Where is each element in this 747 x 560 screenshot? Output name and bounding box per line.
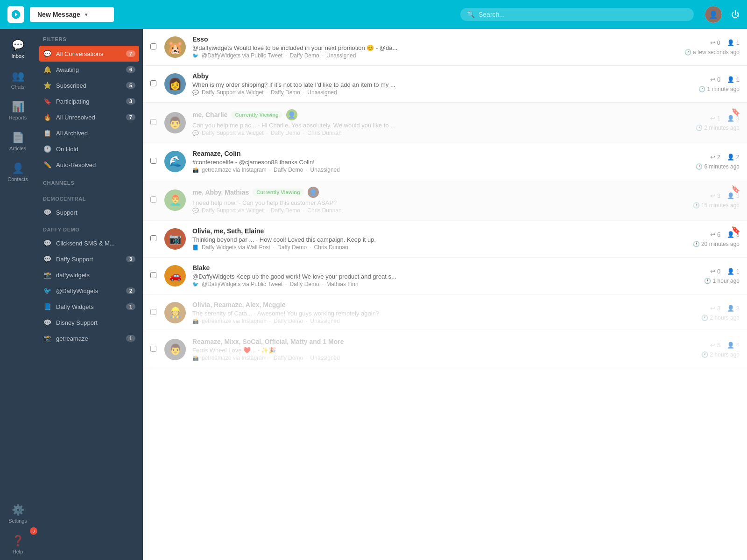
viewing-avatar: 👤	[286, 109, 297, 120]
conv-right: ↩ 6 👤 3 🕐 20 minutes ago	[646, 231, 740, 247]
facebook-icon: 📘	[192, 245, 199, 251]
sidebar-item-all-conversations[interactable]: 💬 All Conversations 7	[39, 46, 139, 62]
nav-item-contacts[interactable]: 👤 Contacts	[0, 157, 35, 188]
conv-right: ↩ 1 👤 3 🕐 2 minutes ago	[646, 115, 740, 131]
conversation-item[interactable]: 🌊 Reamaze, Colin #conferencelife - @cjam…	[143, 143, 747, 180]
conv-preview: Can you help me plac... - Hi Charlie, Ye…	[192, 122, 463, 129]
facebook-icon: 📘	[43, 303, 51, 310]
channels-label: CHANNELS	[35, 173, 143, 189]
getreamaze-icon: 📸	[43, 335, 51, 342]
icon-nav: 💬 Inbox 👥 Chats 📊 Reports 📄 Articles 👤 C…	[0, 29, 35, 560]
widget-icon: 💬	[192, 90, 199, 96]
conv-name: Abby	[192, 72, 209, 80]
sidebar-item-daffywidgets[interactable]: 📸 daffywidgets	[35, 267, 143, 283]
twitter-icon: 🐦	[192, 281, 199, 287]
search-input[interactable]	[479, 11, 687, 18]
sidebar-item-awaiting[interactable]: 🔔 Awaiting 6	[35, 62, 143, 77]
nav-item-articles[interactable]: 📄 Articles	[0, 126, 35, 157]
conv-body: Reamaze, Mixx, SoCal, Official, Matty an…	[192, 338, 646, 361]
conv-checkbox[interactable]	[150, 158, 160, 165]
conversation-item[interactable]: 👨‍🦰 me, Abby, Mathias Currently Viewing …	[143, 180, 747, 221]
conv-right: ↩ 0 👤 1 🕐 1 hour ago	[646, 268, 740, 284]
conv-checkbox[interactable]	[150, 196, 160, 204]
conv-avatar: 👨	[164, 339, 186, 360]
sidebar-item-getreamaze[interactable]: 📸 getreamaze 1	[35, 330, 143, 346]
conversation-item[interactable]: 👨 me, Charlie Currently Viewing 👤 Can yo…	[143, 103, 747, 143]
conv-checkbox[interactable]	[150, 43, 160, 51]
sidebar-item-all-archived[interactable]: 📋 All Archived	[35, 125, 143, 141]
auto-resolved-icon: ✏️	[43, 161, 51, 168]
new-message-button[interactable]: New Message ▼	[30, 7, 114, 22]
avatar[interactable]: 👤	[705, 6, 722, 23]
conversation-list: 🐹 Esso @daffywidgets Would love to be in…	[143, 29, 747, 560]
conv-checkbox[interactable]	[150, 346, 160, 353]
conv-checkbox[interactable]	[150, 235, 160, 243]
nav-item-help[interactable]: ❓ 3 Help	[0, 529, 35, 560]
reports-icon: 📊	[12, 101, 24, 113]
conv-right: ↩ 0 👤 1 🕐 1 minute ago	[646, 76, 740, 92]
conv-checkbox[interactable]	[150, 309, 160, 316]
conversation-item[interactable]: 👨 Reamaze, Mixx, SoCal, Official, Matty …	[143, 331, 747, 368]
conv-account: Daffy Demo	[290, 281, 319, 287]
conv-meta: 📸 getreamaze via Instagram · Daffy Demo …	[192, 355, 646, 361]
power-icon[interactable]: ⏻	[731, 10, 740, 20]
conversation-item[interactable]: 🐹 Esso @daffywidgets Would love to be in…	[143, 29, 747, 66]
widget-icon: 💬	[192, 130, 199, 136]
conv-checkbox[interactable]	[150, 119, 160, 126]
sidebar-item-daffy-widgets-fb[interactable]: 📘 Daffy Widgets 1	[35, 299, 143, 315]
conv-account: Daffy Demo	[290, 52, 319, 59]
conversation-item[interactable]: 🚗 Blake @DaffyWidgets Keep up the good w…	[143, 258, 747, 294]
conv-account: Daffy Demo	[277, 244, 307, 251]
conv-preview: #conferencelife - @cjameson88 thanks Col…	[192, 159, 463, 166]
conversation-item[interactable]: 📷 Olivia, me, Seth, Elaine Thinking beyo…	[143, 221, 747, 258]
conv-checkbox[interactable]	[150, 80, 160, 88]
sidebar-item-disney-support[interactable]: 💬 Disney Support	[35, 315, 143, 330]
conv-channel: Daffy Widgets via Wall Post	[202, 244, 270, 251]
conv-right: ↩ 2 👤 2 🕐 6 minutes ago	[646, 154, 740, 170]
conversation-item[interactable]: 👷 Olivia, Reamaze, Alex, Meggie The sere…	[143, 294, 747, 331]
help-icon: ❓	[12, 535, 24, 547]
conv-account: Daffy Demo	[274, 167, 303, 173]
conv-avatar: 👷	[164, 302, 186, 323]
nav-item-chats[interactable]: 👥 Chats	[0, 64, 35, 95]
nav-item-settings[interactable]: ⚙️ Settings	[0, 498, 35, 529]
conv-meta: 📸 getreamaze via Instagram · Daffy Demo …	[192, 318, 646, 324]
sidebar-item-all-unresolved[interactable]: 🔥 All Unresolved 7	[35, 109, 143, 125]
conv-checkbox[interactable]	[150, 272, 160, 280]
currently-viewing-badge: Currently Viewing	[253, 189, 303, 196]
conv-avatar: 🚗	[164, 265, 186, 287]
nav-item-reports[interactable]: 📊 Reports	[0, 95, 35, 126]
daffywidgets-icon: 📸	[43, 271, 51, 279]
twitter-channel-icon: 🐦	[192, 53, 199, 59]
sidebar-item-auto-resolved[interactable]: ✏️ Auto-Resolved	[35, 157, 143, 173]
conv-right: ↩ 3 👤 3 🕐 2 hours ago	[646, 305, 740, 321]
conv-avatar: 👩	[164, 73, 186, 95]
conv-assigned: Chris Dunnan	[307, 130, 341, 136]
sidebar-item-daffy-support[interactable]: 💬 Daffy Support 3	[35, 251, 143, 267]
conv-channel: Daffy Support via Widget	[202, 130, 264, 136]
conv-avatar: 📷	[164, 228, 186, 250]
conv-account: Daffy Demo	[274, 318, 303, 324]
conv-channel: Daffy Support via Widget	[202, 89, 264, 96]
sidebar-item-on-hold[interactable]: 🕐 On Hold	[35, 141, 143, 157]
all-unresolved-icon: 🔥	[43, 113, 51, 121]
sidebar-item-subscribed[interactable]: ⭐ Subscribed 5	[35, 77, 143, 93]
sidebar-item-participating[interactable]: 🔖 Participating 3	[35, 93, 143, 109]
conv-assigned: Unassigned	[310, 318, 340, 324]
bookmark-icon: 🔖	[731, 107, 740, 116]
sidebar-item-daffywidgets-twitter[interactable]: 🐦 @DaffyWidgets 2	[35, 283, 143, 299]
sidebar-item-support[interactable]: 💬 Support	[35, 204, 143, 220]
reply-icon: ↩	[710, 39, 715, 46]
currently-viewing-badge: Currently Viewing	[231, 111, 282, 119]
sidebar-item-clicksend[interactable]: 💬 Clicksend SMS & M...	[35, 235, 143, 251]
conversation-item[interactable]: 👩 Abby When is my order shipping? If it'…	[143, 66, 747, 103]
instagram-icon: 📸	[192, 355, 199, 361]
conv-preview: Ferris Wheel Love ❤️... - ✨🎉	[192, 347, 463, 354]
all-conversations-icon: 💬	[43, 50, 51, 57]
conv-name: me, Charlie	[192, 111, 227, 119]
conv-channel: getreamaze via Instagram	[202, 355, 267, 361]
nav-item-inbox[interactable]: 💬 Inbox	[0, 34, 35, 64]
conv-assigned: Mathias Finn	[326, 281, 359, 287]
search-icon: 🔍	[467, 11, 475, 18]
app-logo	[7, 6, 24, 23]
